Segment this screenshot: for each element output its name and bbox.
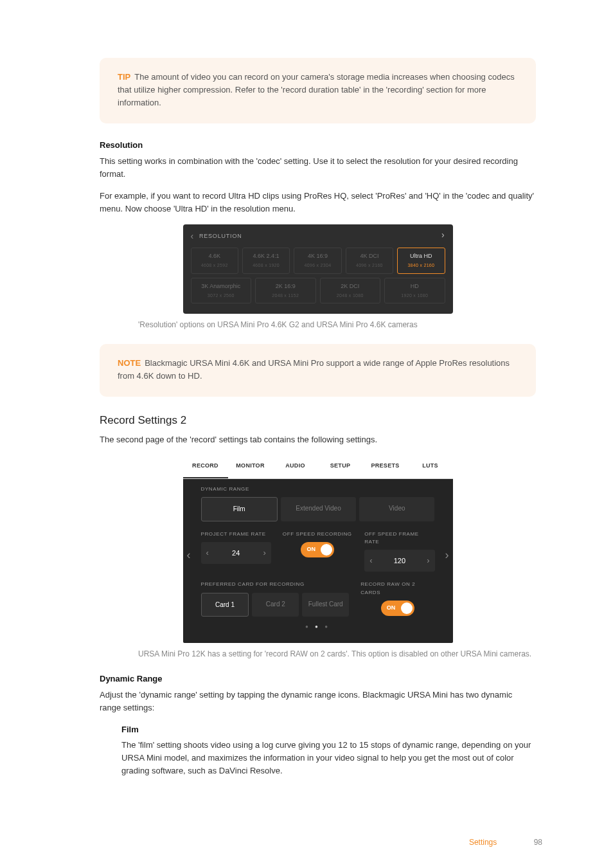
rec2-heading: Record Settings 2 xyxy=(100,412,536,429)
footer-section: Settings xyxy=(469,838,497,847)
res-opt[interactable]: 2K DCI2048 x 1080 xyxy=(320,278,381,304)
osfr-value: 120 xyxy=(394,556,405,566)
pfr-stepper[interactable]: ‹ 24 › xyxy=(201,542,271,564)
note-tag: NOTE xyxy=(118,358,141,368)
osr-label: OFF SPEED RECORDING xyxy=(283,530,353,538)
osr-toggle[interactable]: ON xyxy=(283,542,353,557)
page-dots: ● ● ● xyxy=(201,623,435,631)
res-opt[interactable]: 2K 16:92048 x 1152 xyxy=(255,278,316,304)
pfr-value: 24 xyxy=(232,548,240,559)
tab-luts[interactable]: LUTS xyxy=(408,455,453,478)
dynrange-text: Adjust the 'dynamic range' setting by ta… xyxy=(100,689,536,714)
res-opt[interactable]: HD1920 x 1080 xyxy=(384,278,445,304)
tab-audio[interactable]: AUDIO xyxy=(273,455,318,478)
res-opt[interactable]: 4.6K4608 x 2592 xyxy=(191,248,238,274)
pfr-label: PROJECT FRAME RATE xyxy=(201,530,271,538)
dyn-extended[interactable]: Extended Video xyxy=(281,497,356,521)
rec2-intro: The second page of the 'record' settings… xyxy=(100,433,536,446)
pref-card2[interactable]: Card 2 xyxy=(252,593,299,617)
dyn-video[interactable]: Video xyxy=(359,497,434,521)
resolution-forward-icon[interactable]: › xyxy=(441,228,445,242)
raw2-label: RECORD RAW ON 2 CARDS xyxy=(360,581,434,597)
resolution-caption: 'Resolution' options on URSA Mini Pro 4.… xyxy=(138,319,536,331)
tab-presets[interactable]: PRESETS xyxy=(363,455,408,478)
res-opt[interactable]: 4K 16:94096 x 2304 xyxy=(294,248,341,274)
chevron-left-icon[interactable]: ‹ xyxy=(369,554,372,567)
tab-setup[interactable]: SETUP xyxy=(318,455,363,478)
osfr-label: OFF SPEED FRAME RATE xyxy=(364,530,434,547)
dyn-film[interactable]: Film xyxy=(201,497,278,521)
res-opt[interactable]: 4.6K 2.4:14608 x 1920 xyxy=(242,248,290,274)
page-footer: Settings 98 xyxy=(469,836,542,849)
note-callout: NOTEBlackmagic URSA Mini 4.6K and URSA M… xyxy=(100,344,536,397)
resolution-p2: For example, if you want to record Ultra… xyxy=(100,190,536,215)
raw2-toggle[interactable]: ON xyxy=(360,601,434,616)
record-settings-figure: RECORD MONITOR AUDIO SETUP PRESETS LUTS … xyxy=(183,455,453,643)
tip-callout: TIPThe amount of video you can record on… xyxy=(100,58,536,123)
res-opt[interactable]: 3K Anamorphic3072 x 2560 xyxy=(191,278,252,304)
resolution-heading: Resolution xyxy=(100,139,536,152)
osfr-stepper[interactable]: ‹ 120 › xyxy=(364,550,434,572)
tip-text: The amount of video you can record on yo… xyxy=(118,72,515,107)
pref-card-segment: Card 1 Card 2 Fullest Card xyxy=(201,593,350,617)
res-opt-active[interactable]: Ultra HD3840 x 2160 xyxy=(397,248,445,274)
chevron-right-icon[interactable]: › xyxy=(427,554,429,567)
chevron-left-icon[interactable]: ‹ xyxy=(206,547,209,559)
tip-tag: TIP xyxy=(118,72,130,82)
dynamic-range-segment: Film Extended Video Video xyxy=(201,497,435,521)
film-heading: Film xyxy=(121,723,536,736)
rec2-caption: URSA Mini Pro 12K has a setting for 'rec… xyxy=(138,648,536,660)
footer-page: 98 xyxy=(534,838,542,847)
res-opt[interactable]: 4K DCI4096 x 2160 xyxy=(346,248,393,274)
dynamic-range-label: DYNAMIC RANGE xyxy=(201,485,435,493)
resolution-figure: ‹ RESOLUTION › 4.6K4608 x 2592 4.6K 2.4:… xyxy=(183,224,453,314)
film-text: The 'film' setting shoots video using a … xyxy=(121,739,536,777)
settings-tabs: RECORD MONITOR AUDIO SETUP PRESETS LUTS xyxy=(183,455,453,479)
tab-monitor[interactable]: MONITOR xyxy=(228,455,273,478)
note-text: Blackmagic URSA Mini 4.6K and URSA Mini … xyxy=(118,358,510,381)
resolution-back-icon[interactable]: ‹ xyxy=(191,230,194,244)
pref-card1[interactable]: Card 1 xyxy=(201,593,249,617)
pref-card-label: PREFERRED CARD FOR RECORDING xyxy=(201,581,350,588)
dynrange-heading: Dynamic Range xyxy=(100,673,536,685)
resolution-row1: 4.6K4608 x 2592 4.6K 2.4:14608 x 1920 4K… xyxy=(183,248,453,278)
resolution-row2: 3K Anamorphic3072 x 2560 2K 16:92048 x 1… xyxy=(183,278,453,308)
chevron-right-icon[interactable]: › xyxy=(263,547,265,559)
resolution-title: RESOLUTION xyxy=(199,232,242,241)
pref-fullest[interactable]: Fullest Card xyxy=(302,593,349,617)
tab-record[interactable]: RECORD xyxy=(183,455,228,478)
resolution-p1: This setting works in combination with t… xyxy=(100,155,536,181)
